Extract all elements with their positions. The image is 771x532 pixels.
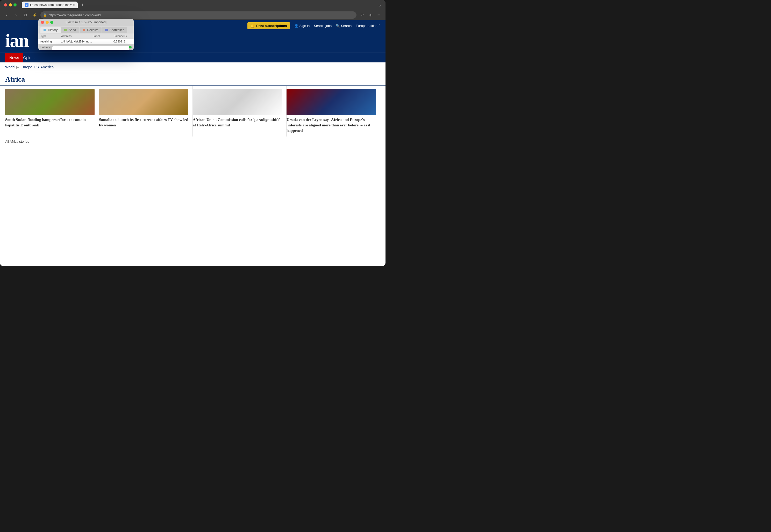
browser-maximize-button[interactable] (13, 3, 17, 6)
electrum-tab-history[interactable]: History (40, 27, 61, 33)
article-title-1: South Sudan flooding hampers efforts to … (5, 117, 95, 128)
active-tab[interactable]: G Latest news from around the we... × (22, 2, 78, 8)
table-row-label (93, 40, 113, 43)
electrum-table-header: Type Address Label Balance Tx (38, 33, 134, 39)
table-row-balance: 0.7309 (113, 40, 124, 43)
article-image-4 (287, 89, 376, 115)
article-card-3[interactable]: African Union Commission calls for 'para… (193, 86, 287, 136)
electrum-tab-receive[interactable]: Receive (80, 27, 101, 33)
print-subscriptions-button[interactable]: 🔔 Print subscriptions (247, 22, 290, 29)
guardian-logo: ian (5, 31, 28, 50)
search-link[interactable]: 🔍 Search (336, 24, 352, 28)
send-tab-icon (64, 29, 67, 31)
section-title: Africa (0, 72, 385, 86)
browser-minimize-button[interactable] (9, 3, 12, 6)
print-icon: 🔔 (251, 24, 255, 28)
private-key-dialog: Address: 1NnbVcjdKbk251vnuqCXbmVs72KvC1E… (52, 46, 129, 50)
breadcrumb-europe[interactable]: Europe (20, 65, 32, 69)
sign-in-link[interactable]: 👤 Sign in (294, 24, 310, 28)
electrum-close-button[interactable] (41, 21, 44, 24)
nav-item-opinion[interactable]: Opin... (23, 53, 39, 62)
search-icon: 🔍 (336, 24, 340, 28)
article-image-2 (99, 89, 188, 115)
website-content: 🔔 Print subscriptions 👤 Sign in Search j… (0, 20, 385, 266)
shield-icon[interactable]: 🛡 (359, 11, 366, 19)
breadcrumb: World ▶ Europe US America (0, 62, 385, 72)
edition-selector[interactable]: Europe edition ˅ (356, 24, 380, 28)
article-title-3: African Union Commission calls for 'para… (193, 117, 282, 128)
connection-status-indicator (129, 46, 132, 48)
article-card-2[interactable]: Somalia to launch its first current affa… (99, 86, 193, 136)
nav-item-news[interactable]: News (5, 53, 23, 62)
chevron-down-icon: ˅ (379, 24, 380, 28)
table-row-address: 1NnbVcjdKbk251vnuqCXbmVs72KvC1ECiv (61, 40, 93, 43)
search-jobs-link[interactable]: Search jobs (314, 24, 332, 28)
new-tab-button[interactable]: + (79, 1, 86, 9)
guardian-nav: News Opin... (0, 53, 385, 62)
breadcrumb-world[interactable]: World (5, 65, 15, 69)
menu-icon[interactable]: ≡ (375, 11, 382, 19)
electrum-titlebar: Electrum 4.1.5 - 05 [imported] (38, 19, 134, 26)
tab-close-icon[interactable]: × (73, 3, 75, 6)
electrum-window: Electrum 4.1.5 - 05 [imported] History S… (38, 19, 134, 50)
window-controls-dropdown[interactable]: ⌄ (378, 3, 381, 8)
electrum-tab-bar: History Send Receive Addresses (38, 26, 134, 33)
share-icon[interactable]: ✈ (367, 11, 374, 19)
addresses-tab-icon (105, 29, 108, 31)
tab-bar: G Latest news from around the we... × + (22, 1, 376, 9)
electrum-maximize-button[interactable] (50, 21, 53, 24)
url-input[interactable] (48, 13, 354, 17)
article-card-4[interactable]: Ursula von der Leyen says Africa and Eur… (287, 86, 380, 136)
refresh-button[interactable]: ↻ (22, 11, 29, 19)
electrum-tab-addresses[interactable]: Addresses (102, 27, 127, 33)
history-tab-icon (44, 29, 46, 31)
browser-titlebar: G Latest news from around the we... × + … (0, 0, 385, 10)
article-image-1 (5, 89, 95, 115)
browser-traffic-lights (4, 3, 17, 6)
article-title-4: Ursula von der Leyen says Africa and Eur… (287, 117, 376, 133)
electrum-title: Electrum 4.1.5 - 05 [imported] (66, 20, 106, 24)
electrum-minimize-button[interactable] (46, 21, 49, 24)
article-card-1[interactable]: South Sudan flooding hampers efforts to … (5, 86, 99, 136)
forward-button[interactable]: › (12, 11, 20, 19)
toolbar-right-icons: 🛡 ✈ ≡ (359, 11, 382, 19)
breadcrumb-us[interactable]: US (34, 65, 39, 69)
electrum-tab-send[interactable]: Send (61, 27, 79, 33)
tab-title: Latest news from around the we... (30, 3, 72, 7)
article-grid: South Sudan flooding hampers efforts to … (0, 86, 385, 136)
article-image-3 (193, 89, 282, 115)
all-africa-stories-link[interactable]: All Africa stories (0, 136, 385, 147)
back-button[interactable]: ‹ (3, 11, 10, 19)
person-icon: 👤 (294, 24, 298, 28)
extensions-button[interactable]: ⚡ (31, 11, 38, 19)
table-row-tx: 1 (124, 40, 132, 43)
electrum-table-row[interactable]: receiving 1NnbVcjdKbk251vnuqCXbmVs72KvC1… (38, 39, 134, 44)
article-title-2: Somalia to launch its first current affa… (99, 117, 188, 128)
breadcrumb-arrow: ▶ (16, 65, 19, 69)
browser-close-button[interactable] (4, 3, 7, 6)
pk-address-row: Address: 1NnbVcjdKbk251vnuqCXbmVs72KvC1E… (56, 50, 125, 50)
lock-icon: 🔒 (43, 13, 47, 17)
breadcrumb-america[interactable]: America (40, 65, 54, 69)
tab-favicon: G (25, 3, 28, 7)
address-bar[interactable]: 🔒 (40, 11, 356, 19)
electrum-traffic-lights (41, 21, 53, 24)
receive-tab-icon (83, 29, 85, 31)
